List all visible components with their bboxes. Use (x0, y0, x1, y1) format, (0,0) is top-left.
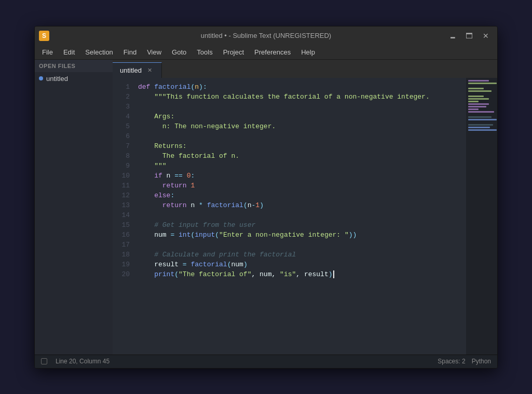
token-fn-name: factorial (190, 260, 227, 269)
status-left: Line 20, Column 45 (41, 358, 110, 365)
token-paren: ( (227, 260, 231, 269)
minimize-button[interactable]: 🗕 (445, 30, 460, 42)
code-line: Returns: (138, 141, 466, 151)
code-line: else: (138, 191, 466, 200)
token-normal: result (138, 260, 183, 269)
token-builtin: print (138, 269, 174, 279)
line-number: 9 (113, 161, 136, 171)
status-bar: Line 20, Column 45 Spaces: 2 Python (35, 355, 497, 368)
line-numbers: 1234567891011121314151617181920 (113, 78, 136, 355)
line-number: 17 (113, 240, 136, 250)
code-line (138, 131, 466, 141)
token-normal: n (167, 171, 175, 181)
code-editor[interactable]: 1234567891011121314151617181920 def fact… (113, 78, 497, 355)
title-bar-left: S (39, 31, 49, 41)
window-controls: 🗕 🗖 ✕ (445, 30, 493, 42)
code-content[interactable]: def factorial(n): """This function calcu… (136, 78, 466, 355)
token-string: n: The non-negative integer. (138, 121, 276, 131)
token-string: """This function calculates the factoria… (138, 92, 430, 102)
sidebar-file-item[interactable]: untitled (35, 72, 113, 85)
token-string: """ (138, 161, 167, 171)
token-paren: ) (199, 82, 203, 92)
line-number: 2 (113, 92, 136, 102)
token-comment: # Calculate and print the factorial (138, 250, 296, 260)
code-line (138, 240, 466, 250)
line-number: 7 (113, 141, 136, 151)
menu-item-edit[interactable]: Edit (58, 47, 80, 57)
title-bar: S untitled • - Sublime Text (UNREGISTERE… (35, 26, 497, 45)
code-line: result = factorial(num) (138, 260, 466, 269)
line-number: 3 (113, 102, 136, 112)
code-line (138, 210, 466, 220)
token-normal: n (187, 200, 199, 210)
token-normal: n (248, 200, 252, 210)
token-normal (174, 230, 179, 240)
menu-item-file[interactable]: File (37, 47, 58, 57)
token-paren: ) (260, 200, 264, 210)
token-normal: num (138, 230, 170, 240)
menu-bar: FileEditSelectionFindViewGotoToolsProjec… (35, 45, 497, 60)
indentation[interactable]: Spaces: 2 (438, 358, 465, 365)
cursor-position: Line 20, Column 45 (56, 358, 110, 365)
token-normal (138, 200, 162, 210)
token-paren: ) (243, 260, 248, 269)
token-normal (203, 200, 207, 210)
code-line: return 1 (138, 181, 466, 191)
line-number: 19 (113, 260, 136, 269)
menu-item-view[interactable]: View (142, 47, 167, 57)
line-number: 14 (113, 210, 136, 220)
maximize-button[interactable]: 🗖 (462, 30, 476, 42)
code-line: The factorial of n. (138, 151, 466, 161)
sidebar-filename: untitled (46, 75, 68, 83)
menu-item-tools[interactable]: Tools (192, 47, 217, 57)
menu-item-project[interactable]: Project (218, 47, 249, 57)
token-kw-def: def (138, 82, 154, 92)
token-kw: else (138, 191, 170, 200)
line-number: 10 (113, 171, 136, 181)
token-string: "Enter a non-negative integer: " (219, 230, 349, 240)
close-button[interactable]: ✕ (479, 30, 493, 42)
app-icon: S (39, 31, 49, 41)
menu-item-selection[interactable]: Selection (80, 47, 118, 57)
tab-untitled[interactable]: untitled ✕ (113, 62, 162, 78)
line-number: 13 (113, 200, 136, 210)
code-line (138, 102, 466, 112)
token-paren: ( (190, 82, 195, 92)
line-number: 1 (113, 82, 136, 92)
token-paren: )) (349, 230, 357, 240)
token-comment: # Get input from the user (138, 220, 255, 230)
line-number: 4 (113, 112, 136, 121)
sidebar-header: OPEN FILES (35, 60, 113, 72)
status-right: Spaces: 2 Python (438, 358, 491, 365)
language-mode[interactable]: Python (472, 358, 491, 365)
token-kw: return (162, 181, 187, 191)
code-line: print("The factorial of", num, "is", res… (138, 269, 466, 279)
editor-area: untitled ✕ 12345678910111213141516171819… (113, 60, 497, 355)
token-param: n (195, 82, 199, 92)
token-normal: , result (296, 269, 328, 279)
token-paren: ( (190, 230, 195, 240)
token-paren: ) (329, 269, 333, 279)
code-line: # Calculate and print the factorial (138, 250, 466, 260)
line-number: 20 (113, 269, 136, 279)
token-kw: return (162, 200, 187, 210)
line-number: 15 (113, 220, 136, 230)
line-number: 5 (113, 121, 136, 131)
menu-item-preferences[interactable]: Preferences (249, 47, 296, 57)
minimap[interactable] (466, 78, 497, 355)
token-string: The factorial of n. (138, 151, 239, 161)
menu-item-goto[interactable]: Goto (167, 47, 192, 57)
code-line: """ (138, 161, 466, 171)
menu-item-find[interactable]: Find (118, 47, 142, 57)
text-cursor (333, 270, 334, 278)
token-normal: num (231, 260, 243, 269)
tab-close-button[interactable]: ✕ (146, 66, 154, 74)
menu-item-help[interactable]: Help (296, 47, 320, 57)
token-paren: ( (243, 200, 248, 210)
token-operator: = (170, 230, 174, 240)
token-paren: ( (215, 230, 219, 240)
status-file-icon (41, 358, 47, 364)
token-number: 1 (187, 181, 195, 191)
token-fn-name: factorial (154, 82, 190, 92)
token-string: "is" (280, 269, 296, 279)
